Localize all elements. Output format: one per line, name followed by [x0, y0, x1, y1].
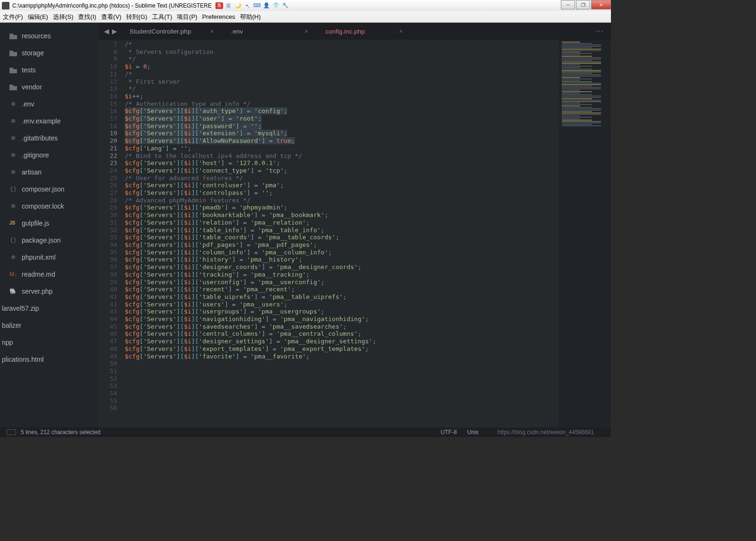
- console-toggle-icon[interactable]: [7, 429, 16, 435]
- menu-编辑(E)[interactable]: 编辑(E): [28, 13, 48, 21]
- tab-.env[interactable]: .env×: [223, 23, 317, 40]
- sidebar-item-server.php[interactable]: 🐘server.php: [0, 283, 98, 300]
- sidebar[interactable]: resourcesstoragetestsvendor✻.env✻.env.ex…: [0, 23, 98, 428]
- sidebar-item-storage[interactable]: storage: [0, 44, 98, 61]
- sidebar-item-label: storage: [22, 49, 44, 57]
- sidebar-item-label: artisan: [22, 168, 42, 176]
- sidebar-item-label: composer.lock: [22, 202, 64, 210]
- tab-config.inc.php[interactable]: config.inc.php×: [317, 23, 412, 40]
- menu-bar: 文件(F)编辑(E)选择(S)查找(I)查看(V)转到(G)工具(T)项目(P)…: [0, 11, 611, 23]
- status-eol[interactable]: Unix: [467, 429, 479, 436]
- sidebar-item-composer.json[interactable]: {}composer.json: [0, 181, 98, 198]
- menu-查找(I)[interactable]: 查找(I): [78, 13, 96, 21]
- tab-close-icon[interactable]: ×: [399, 27, 403, 35]
- sidebar-item-label: laravel57.zip: [2, 305, 39, 312]
- ime-indicator: S 英 🌙 •, ⌨ 👤 👕 🔧: [215, 2, 289, 9]
- tab-bar: ◀ ▶ StudentController.php×.env×config.in…: [98, 23, 611, 40]
- sidebar-item-gulpfile.js[interactable]: JSgulpfile.js: [0, 215, 98, 232]
- sidebar-item-label: readme.md: [22, 270, 55, 278]
- sidebar-item-label: .gitattributes: [22, 134, 58, 142]
- sidebar-item-balizer[interactable]: balizer: [0, 317, 98, 334]
- sidebar-item-.gitattributes[interactable]: ✻.gitattributes: [0, 130, 98, 147]
- menu-Preferences[interactable]: Preferences: [202, 13, 235, 20]
- keyboard-icon: ⌨: [253, 2, 261, 9]
- tab-label: config.inc.php: [326, 28, 365, 35]
- close-button[interactable]: ✕: [591, 0, 611, 9]
- tab-StudentController.php[interactable]: StudentController.php×: [121, 23, 223, 40]
- menu-查看(V)[interactable]: 查看(V): [101, 13, 121, 21]
- sidebar-item-label: server.php: [22, 288, 52, 295]
- sidebar-item-.env.example[interactable]: ✻.env.example: [0, 113, 98, 130]
- sidebar-item-label: balizer: [2, 322, 21, 329]
- status-bar: 5 lines, 212 characters selected UTF-8 U…: [0, 428, 611, 437]
- sidebar-item-laravel57.zip[interactable]: laravel57.zip: [0, 300, 98, 317]
- status-selection: 5 lines, 212 characters selected: [21, 429, 101, 436]
- sidebar-item-label: plications.html: [2, 356, 44, 363]
- sidebar-item-artisan[interactable]: ✻artisan: [0, 164, 98, 181]
- tab-close-icon[interactable]: ×: [305, 27, 309, 35]
- sidebar-item-label: .env.example: [22, 117, 60, 125]
- sidebar-item-label: composer.json: [22, 185, 64, 193]
- menu-工具(T)[interactable]: 工具(T): [152, 13, 172, 21]
- title-bar: C:\xampp\phpMyAdmin\config.inc.php (htdo…: [0, 0, 611, 11]
- title-text: C:\xampp\phpMyAdmin\config.inc.php (htdo…: [12, 2, 212, 9]
- menu-转到(G)[interactable]: 转到(G): [126, 13, 147, 21]
- sidebar-item-label: .gitignore: [22, 151, 49, 159]
- sidebar-item-label: .env: [22, 100, 34, 108]
- person-icon: 👤: [263, 2, 270, 9]
- sidebar-item-package.json[interactable]: {}package.json: [0, 232, 98, 249]
- tab-label: .env: [231, 28, 243, 35]
- sidebar-item-.gitignore[interactable]: ✻.gitignore: [0, 147, 98, 164]
- minimize-button[interactable]: ─: [561, 0, 575, 9]
- wrench-icon: 🔧: [282, 2, 289, 9]
- more-icon[interactable]: ⋮: [595, 27, 604, 35]
- menu-帮助(H)[interactable]: 帮助(H): [240, 13, 261, 21]
- code-content[interactable]: /* * Servers configuration */$i = 0;/* *…: [125, 40, 611, 428]
- editor-area: ◀ ▶ StudentController.php×.env×config.in…: [98, 23, 611, 428]
- menu-文件(F)[interactable]: 文件(F): [3, 13, 23, 21]
- sidebar-item-tests[interactable]: tests: [0, 61, 98, 79]
- ime-lang-icon: 英: [225, 2, 232, 9]
- punct-icon: •,: [244, 2, 251, 9]
- sidebar-item-label: npp: [2, 339, 13, 346]
- sidebar-item-label: phpunit.xml: [22, 253, 56, 261]
- sidebar-item-label: resources: [22, 32, 51, 40]
- sidebar-item-vendor[interactable]: vendor: [0, 79, 98, 96]
- watermark: https://blog.csdn.net/weixin_44596681: [498, 429, 594, 436]
- sidebar-item-readme.md[interactable]: M↓readme.md: [0, 266, 98, 283]
- sidebar-item-resources[interactable]: resources: [0, 27, 98, 44]
- shirt-icon: 👕: [272, 2, 280, 9]
- tab-close-icon[interactable]: ×: [210, 27, 214, 35]
- gutter[interactable]: 7891011121314151617181920212223242526272…: [98, 40, 125, 428]
- tab-label: StudentController.php: [129, 28, 191, 35]
- sidebar-item-.env[interactable]: ✻.env: [0, 96, 98, 113]
- maximize-button[interactable]: ❐: [576, 0, 590, 9]
- sidebar-item-plications.html[interactable]: plications.html: [0, 351, 98, 368]
- tab-next-icon[interactable]: ▶: [112, 27, 117, 35]
- menu-项目(P)[interactable]: 项目(P): [177, 13, 197, 21]
- app-icon: [2, 2, 9, 9]
- sidebar-item-label: vendor: [22, 83, 42, 91]
- sidebar-item-composer.lock[interactable]: ✻composer.lock: [0, 198, 98, 215]
- sidebar-item-npp[interactable]: npp: [0, 334, 98, 351]
- menu-选择(S)[interactable]: 选择(S): [53, 13, 73, 21]
- sidebar-item-label: package.json: [22, 236, 61, 244]
- sidebar-item-phpunit.xml[interactable]: ✻phpunit.xml: [0, 249, 98, 266]
- ime-s-icon: S: [215, 2, 223, 9]
- minimap[interactable]: [559, 40, 611, 428]
- status-encoding[interactable]: UTF-8: [441, 429, 457, 436]
- tab-prev-icon[interactable]: ◀: [104, 27, 109, 35]
- sidebar-item-label: gulpfile.js: [22, 219, 49, 227]
- moon-icon: 🌙: [234, 2, 242, 9]
- sidebar-item-label: tests: [22, 66, 36, 74]
